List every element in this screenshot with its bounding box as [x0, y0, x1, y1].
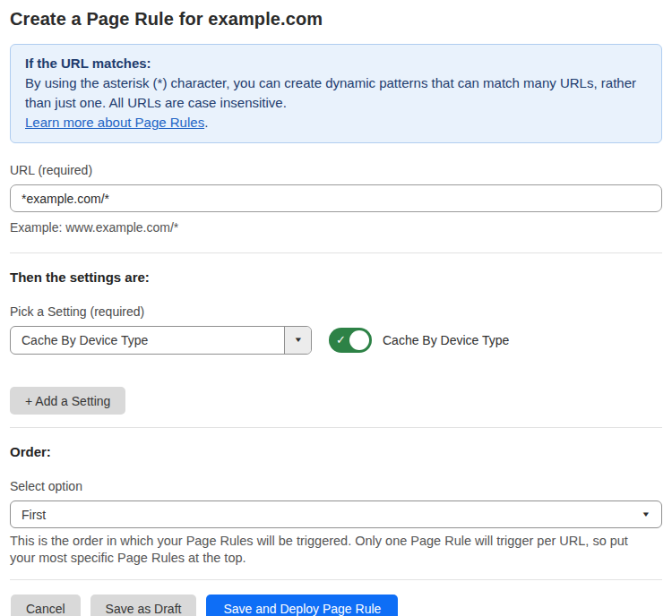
order-select-label: Select option — [10, 479, 662, 493]
setting-dropdown-arrow-button[interactable]: ▼ — [284, 327, 311, 354]
order-section-heading: Order: — [10, 444, 662, 459]
footer-actions: Cancel Save as Draft Save and Deploy Pag… — [10, 595, 662, 616]
info-box-link-line: Learn more about Page Rules. — [25, 113, 647, 133]
page-title: Create a Page Rule for example.com — [10, 9, 662, 30]
info-box-heading: If the URL matches: — [25, 54, 647, 73]
check-icon: ✓ — [336, 334, 346, 346]
link-suffix: . — [204, 115, 208, 130]
add-setting-button[interactable]: + Add a Setting — [10, 387, 125, 415]
settings-section-heading: Then the settings are: — [10, 270, 662, 285]
toggle-label: Cache By Device Type — [383, 333, 509, 347]
setting-picker-label: Pick a Setting (required) — [10, 304, 662, 319]
save-as-draft-button[interactable]: Save as Draft — [90, 595, 197, 616]
url-match-info-box: If the URL matches: By using the asteris… — [10, 44, 662, 143]
caret-down-icon: ▼ — [293, 337, 303, 344]
info-box-body: By using the asterisk (*) character, you… — [25, 73, 647, 113]
cancel-button[interactable]: Cancel — [11, 595, 81, 616]
cache-by-device-type-toggle[interactable]: ✓ — [329, 328, 372, 353]
create-page-rule-form: Create a Page Rule for example.com If th… — [0, 0, 672, 616]
setting-dropdown-value: Cache By Device Type — [11, 327, 284, 354]
divider — [10, 579, 662, 580]
setting-dropdown[interactable]: Cache By Device Type ▼ — [10, 326, 312, 355]
caret-down-icon: ▼ — [642, 511, 651, 518]
url-input[interactable] — [10, 184, 662, 212]
order-select-value: First — [22, 508, 46, 522]
save-and-deploy-button[interactable]: Save and Deploy Page Rule — [206, 595, 398, 616]
divider — [10, 427, 662, 428]
toggle-knob — [349, 330, 369, 350]
order-select[interactable]: First ▼ — [10, 500, 662, 528]
url-field-label: URL (required) — [10, 163, 662, 177]
divider — [10, 252, 662, 253]
order-helper-text: This is the order in which your Page Rul… — [10, 533, 648, 567]
url-field-helper: Example: www.example.com/* — [10, 219, 662, 236]
learn-more-link[interactable]: Learn more about Page Rules — [25, 115, 204, 130]
setting-row: Cache By Device Type ▼ ✓ Cache By Device… — [10, 326, 662, 355]
